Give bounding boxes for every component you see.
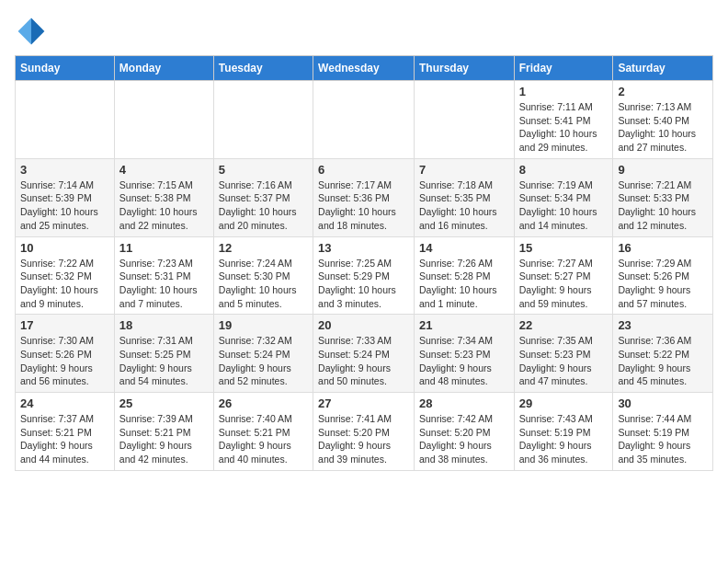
logo bbox=[15, 15, 51, 48]
day-cell bbox=[313, 81, 415, 159]
day-cell: 27Sunrise: 7:41 AM Sunset: 5:20 PM Dayli… bbox=[313, 393, 415, 471]
week-row-1: 3Sunrise: 7:14 AM Sunset: 5:39 PM Daylig… bbox=[16, 158, 713, 236]
day-info: Sunrise: 7:22 AM Sunset: 5:32 PM Dayligh… bbox=[20, 257, 109, 311]
week-row-0: 1Sunrise: 7:11 AM Sunset: 5:41 PM Daylig… bbox=[16, 81, 713, 159]
day-cell: 22Sunrise: 7:35 AM Sunset: 5:23 PM Dayli… bbox=[514, 315, 613, 393]
day-cell: 19Sunrise: 7:32 AM Sunset: 5:24 PM Dayli… bbox=[213, 315, 313, 393]
day-number: 27 bbox=[318, 396, 409, 410]
week-row-4: 24Sunrise: 7:37 AM Sunset: 5:21 PM Dayli… bbox=[16, 393, 713, 471]
day-info: Sunrise: 7:27 AM Sunset: 5:27 PM Dayligh… bbox=[519, 257, 609, 311]
day-number: 26 bbox=[219, 396, 308, 410]
day-number: 28 bbox=[419, 396, 509, 410]
day-number: 8 bbox=[519, 163, 609, 177]
day-number: 30 bbox=[618, 396, 708, 410]
day-cell: 25Sunrise: 7:39 AM Sunset: 5:21 PM Dayli… bbox=[114, 393, 213, 471]
day-number: 15 bbox=[519, 241, 609, 255]
day-number: 16 bbox=[618, 241, 708, 255]
calendar-table: SundayMondayTuesdayWednesdayThursdayFrid… bbox=[15, 55, 713, 471]
day-info: Sunrise: 7:37 AM Sunset: 5:21 PM Dayligh… bbox=[20, 412, 109, 466]
day-info: Sunrise: 7:33 AM Sunset: 5:24 PM Dayligh… bbox=[318, 334, 409, 388]
day-number: 11 bbox=[119, 241, 209, 255]
day-cell: 24Sunrise: 7:37 AM Sunset: 5:21 PM Dayli… bbox=[16, 393, 115, 471]
header-thursday: Thursday bbox=[414, 56, 514, 81]
day-number: 20 bbox=[318, 318, 409, 332]
day-cell bbox=[414, 81, 514, 159]
day-number: 9 bbox=[618, 163, 708, 177]
day-cell: 15Sunrise: 7:27 AM Sunset: 5:27 PM Dayli… bbox=[514, 236, 613, 315]
week-row-3: 17Sunrise: 7:30 AM Sunset: 5:26 PM Dayli… bbox=[16, 315, 713, 393]
day-cell bbox=[213, 81, 313, 159]
day-cell: 14Sunrise: 7:26 AM Sunset: 5:28 PM Dayli… bbox=[414, 236, 514, 315]
day-cell: 23Sunrise: 7:36 AM Sunset: 5:22 PM Dayli… bbox=[613, 315, 713, 393]
day-number: 13 bbox=[318, 241, 409, 255]
day-number: 5 bbox=[219, 163, 308, 177]
header-tuesday: Tuesday bbox=[213, 56, 313, 81]
day-cell: 8Sunrise: 7:19 AM Sunset: 5:34 PM Daylig… bbox=[514, 158, 613, 236]
day-cell: 9Sunrise: 7:21 AM Sunset: 5:33 PM Daylig… bbox=[613, 158, 713, 236]
day-number: 10 bbox=[20, 241, 109, 255]
day-info: Sunrise: 7:30 AM Sunset: 5:26 PM Dayligh… bbox=[20, 334, 109, 388]
day-cell: 30Sunrise: 7:44 AM Sunset: 5:19 PM Dayli… bbox=[613, 393, 713, 471]
day-cell: 18Sunrise: 7:31 AM Sunset: 5:25 PM Dayli… bbox=[114, 315, 213, 393]
day-cell bbox=[16, 81, 115, 159]
day-number: 14 bbox=[419, 241, 509, 255]
svg-marker-1 bbox=[18, 18, 31, 31]
day-info: Sunrise: 7:40 AM Sunset: 5:21 PM Dayligh… bbox=[219, 412, 308, 466]
header-row: SundayMondayTuesdayWednesdayThursdayFrid… bbox=[16, 56, 713, 81]
day-info: Sunrise: 7:14 AM Sunset: 5:39 PM Dayligh… bbox=[20, 178, 109, 233]
day-number: 1 bbox=[519, 85, 609, 98]
day-cell bbox=[114, 81, 213, 159]
day-cell: 20Sunrise: 7:33 AM Sunset: 5:24 PM Dayli… bbox=[313, 315, 415, 393]
day-number: 6 bbox=[318, 163, 409, 177]
header-monday: Monday bbox=[114, 56, 213, 81]
day-number: 29 bbox=[519, 396, 609, 410]
day-cell: 11Sunrise: 7:23 AM Sunset: 5:31 PM Dayli… bbox=[114, 236, 213, 315]
week-row-2: 10Sunrise: 7:22 AM Sunset: 5:32 PM Dayli… bbox=[16, 236, 713, 315]
day-cell: 13Sunrise: 7:25 AM Sunset: 5:29 PM Dayli… bbox=[313, 236, 415, 315]
day-number: 2 bbox=[618, 85, 708, 98]
day-info: Sunrise: 7:11 AM Sunset: 5:41 PM Dayligh… bbox=[519, 100, 609, 155]
day-cell: 1Sunrise: 7:11 AM Sunset: 5:41 PM Daylig… bbox=[514, 81, 613, 159]
day-cell: 26Sunrise: 7:40 AM Sunset: 5:21 PM Dayli… bbox=[213, 393, 313, 471]
day-number: 25 bbox=[119, 396, 209, 410]
day-info: Sunrise: 7:42 AM Sunset: 5:20 PM Dayligh… bbox=[419, 412, 509, 466]
day-cell: 3Sunrise: 7:14 AM Sunset: 5:39 PM Daylig… bbox=[16, 158, 115, 236]
day-number: 18 bbox=[119, 318, 209, 332]
day-cell: 7Sunrise: 7:18 AM Sunset: 5:35 PM Daylig… bbox=[414, 158, 514, 236]
logo-icon bbox=[15, 15, 48, 48]
day-info: Sunrise: 7:18 AM Sunset: 5:35 PM Dayligh… bbox=[419, 178, 509, 233]
day-number: 22 bbox=[519, 318, 609, 332]
day-info: Sunrise: 7:25 AM Sunset: 5:29 PM Dayligh… bbox=[318, 257, 409, 311]
day-info: Sunrise: 7:16 AM Sunset: 5:37 PM Dayligh… bbox=[219, 178, 308, 233]
day-info: Sunrise: 7:31 AM Sunset: 5:25 PM Dayligh… bbox=[119, 334, 209, 388]
day-info: Sunrise: 7:15 AM Sunset: 5:38 PM Dayligh… bbox=[119, 178, 209, 233]
day-info: Sunrise: 7:32 AM Sunset: 5:24 PM Dayligh… bbox=[219, 334, 308, 388]
day-number: 12 bbox=[219, 241, 308, 255]
day-number: 19 bbox=[219, 318, 308, 332]
day-info: Sunrise: 7:41 AM Sunset: 5:20 PM Dayligh… bbox=[318, 412, 409, 466]
day-number: 21 bbox=[419, 318, 509, 332]
day-info: Sunrise: 7:26 AM Sunset: 5:28 PM Dayligh… bbox=[419, 257, 509, 311]
day-info: Sunrise: 7:19 AM Sunset: 5:34 PM Dayligh… bbox=[519, 178, 609, 233]
day-cell: 12Sunrise: 7:24 AM Sunset: 5:30 PM Dayli… bbox=[213, 236, 313, 315]
day-info: Sunrise: 7:44 AM Sunset: 5:19 PM Dayligh… bbox=[618, 412, 708, 466]
page-header bbox=[15, 15, 713, 48]
day-info: Sunrise: 7:39 AM Sunset: 5:21 PM Dayligh… bbox=[119, 412, 209, 466]
day-number: 23 bbox=[618, 318, 708, 332]
header-saturday: Saturday bbox=[613, 56, 713, 81]
day-number: 7 bbox=[419, 163, 509, 177]
header-wednesday: Wednesday bbox=[313, 56, 415, 81]
svg-marker-2 bbox=[18, 31, 31, 44]
day-info: Sunrise: 7:34 AM Sunset: 5:23 PM Dayligh… bbox=[419, 334, 509, 388]
day-info: Sunrise: 7:21 AM Sunset: 5:33 PM Dayligh… bbox=[618, 178, 708, 233]
day-info: Sunrise: 7:36 AM Sunset: 5:22 PM Dayligh… bbox=[618, 334, 708, 388]
day-number: 4 bbox=[119, 163, 209, 177]
day-info: Sunrise: 7:17 AM Sunset: 5:36 PM Dayligh… bbox=[318, 178, 409, 233]
day-cell: 10Sunrise: 7:22 AM Sunset: 5:32 PM Dayli… bbox=[16, 236, 115, 315]
day-info: Sunrise: 7:24 AM Sunset: 5:30 PM Dayligh… bbox=[219, 257, 308, 311]
svg-marker-0 bbox=[31, 18, 44, 31]
day-info: Sunrise: 7:13 AM Sunset: 5:40 PM Dayligh… bbox=[618, 100, 708, 155]
day-cell: 21Sunrise: 7:34 AM Sunset: 5:23 PM Dayli… bbox=[414, 315, 514, 393]
day-cell: 16Sunrise: 7:29 AM Sunset: 5:26 PM Dayli… bbox=[613, 236, 713, 315]
day-info: Sunrise: 7:35 AM Sunset: 5:23 PM Dayligh… bbox=[519, 334, 609, 388]
